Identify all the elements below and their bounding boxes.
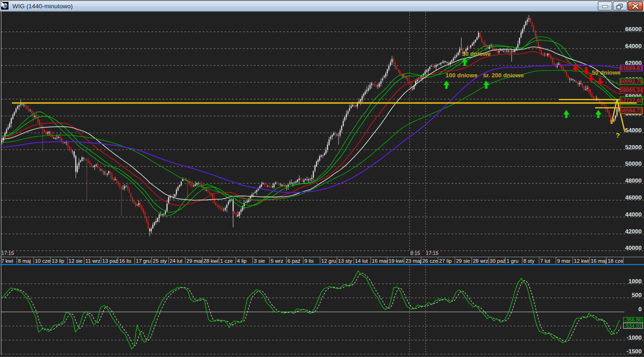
svg-text:54000: 54000 [625,127,642,134]
svg-text:śr. 200 dniowe: śr. 200 dniowe [483,72,524,79]
svg-text:4 lip: 4 lip [237,258,247,264]
svg-text:-1000: -1000 [627,334,642,341]
svg-text:46000: 46000 [625,194,642,201]
svg-text:25 sty: 25 sty [153,258,167,264]
svg-text:13 paź: 13 paź [102,258,118,264]
svg-text:WIG (1440-minutowo): WIG (1440-minutowo) [12,3,73,10]
svg-text:66000: 66000 [625,26,642,32]
svg-text:29 mar: 29 mar [187,258,203,264]
svg-text:29 sie: 29 sie [456,258,470,264]
svg-text:52000: 52000 [625,144,642,151]
svg-text:18 cze: 18 cze [607,258,623,264]
svg-text:9 lis: 9 lis [304,258,314,264]
svg-text:3 sie: 3 sie [254,258,265,264]
svg-text:12 kwi: 12 kwi [574,258,589,264]
svg-text:5 wrz: 5 wrz [271,258,284,264]
svg-text:500: 500 [632,292,642,298]
svg-text:19 kwi: 19 kwi [389,258,404,264]
svg-text:17:15: 17:15 [1,250,14,256]
svg-text:50 dniowe: 50 dniowe [592,69,621,76]
svg-text:7 lut: 7 lut [540,258,551,264]
svg-text:56594.71: 56594.71 [620,108,643,114]
svg-text:40000: 40000 [625,244,642,251]
svg-text:27 lip: 27 lip [439,258,452,264]
svg-text:-356.86: -356.86 [624,317,641,323]
svg-text:24 lut: 24 lut [170,258,183,264]
svg-text:14 lut: 14 lut [355,258,368,264]
svg-text:30 paź: 30 paź [490,258,506,264]
svg-text:50 dniowe: 50 dniowe [462,50,491,57]
svg-text:17 gru: 17 gru [136,258,151,264]
svg-text:0: 0 [639,306,642,313]
svg-text:16 lis: 16 lis [119,258,131,264]
svg-text:-534.93: -534.93 [624,323,641,329]
svg-text:16 mar: 16 mar [372,258,388,264]
svg-text:10 cze: 10 cze [35,258,50,264]
svg-text:1 cze: 1 cze [220,258,233,264]
svg-text:44000: 44000 [625,211,642,218]
svg-text:11 wrz: 11 wrz [86,258,101,264]
svg-text:8 sty: 8 sty [523,258,535,264]
svg-text:-1500: -1500 [627,348,642,355]
svg-text:42000: 42000 [625,228,642,235]
svg-text:61689.83: 61689.83 [620,65,643,71]
svg-text:6 paź: 6 paź [288,258,301,264]
svg-text:60092.76: 60092.76 [620,78,643,85]
svg-text:?: ? [616,131,620,139]
svg-text:64000: 64000 [625,43,642,49]
svg-text:1000: 1000 [628,278,642,285]
svg-text:8:15: 8:15 [410,250,420,256]
svg-text:12 sie: 12 sie [69,258,83,264]
svg-text:1 gru: 1 gru [506,258,518,264]
svg-text:50000: 50000 [625,160,642,167]
svg-text:7 kwi: 7 kwi [1,258,13,264]
svg-text:100 dniowe: 100 dniowe [445,72,478,79]
svg-text:59065.34: 59065.34 [620,87,643,93]
svg-text:13 sty: 13 sty [338,258,352,264]
svg-text:28 wrz: 28 wrz [473,258,488,264]
svg-text:13 lip: 13 lip [52,258,64,264]
svg-text:23 maj: 23 maj [405,258,421,264]
svg-text:16 maj: 16 maj [591,258,607,264]
svg-text:8 maj: 8 maj [18,258,31,264]
svg-text:12 gru: 12 gru [321,258,336,264]
svg-text:26 cze: 26 cze [422,258,438,264]
svg-text:48000: 48000 [625,177,642,184]
svg-text:9 mar: 9 mar [557,258,571,264]
svg-text:28 kwi: 28 kwi [204,258,219,264]
svg-text:17:15: 17:15 [426,250,439,256]
